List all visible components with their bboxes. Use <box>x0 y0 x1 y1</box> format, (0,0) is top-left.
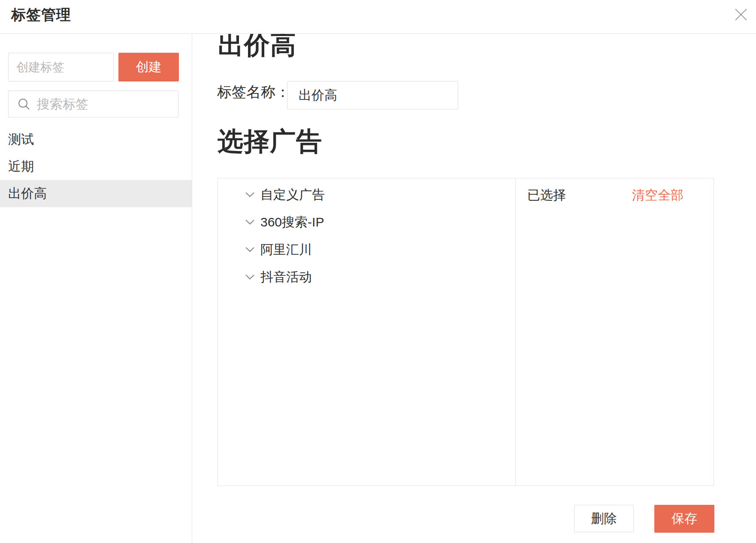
tree-item[interactable]: 自定义广告 <box>218 181 515 208</box>
tree-item-label: 抖音活动 <box>260 268 312 286</box>
create-tag-row: 创建 <box>8 53 179 81</box>
tree-item[interactable]: 阿里汇川 <box>218 236 515 263</box>
modal-header: 标签管理 <box>0 0 756 34</box>
tag-label: 测试 <box>8 131 34 148</box>
main-content: 出价高 标签名称： 选择广告 自定义广告 <box>193 34 756 543</box>
tag-name-input[interactable] <box>287 81 458 109</box>
chevron-down-icon[interactable] <box>245 247 255 253</box>
tag-list-item[interactable]: 近期 <box>0 153 192 180</box>
tree-item-label: 360搜索-IP <box>260 214 324 231</box>
search-box[interactable] <box>8 90 178 118</box>
create-tag-input[interactable] <box>8 53 114 81</box>
chevron-down-icon[interactable] <box>245 274 255 280</box>
save-button[interactable]: 保存 <box>654 505 714 533</box>
tag-list-item-selected[interactable]: 出价高 <box>0 180 192 207</box>
tree-item[interactable]: 抖音活动 <box>218 263 515 291</box>
tag-list: 测试 近期 出价高 <box>0 126 192 207</box>
chevron-down-icon[interactable] <box>245 219 255 225</box>
ad-tree: 自定义广告 360搜索-IP 阿里汇 <box>218 178 516 486</box>
tree-item-label: 自定义广告 <box>260 186 325 204</box>
delete-button[interactable]: 删除 <box>574 505 634 532</box>
close-icon <box>735 8 747 22</box>
tag-management-modal: 标签管理 创建 测试 <box>0 0 756 543</box>
ad-select-panel: 自定义广告 360搜索-IP 阿里汇 <box>218 178 714 486</box>
create-button[interactable]: 创建 <box>118 53 179 81</box>
tag-label: 近期 <box>8 158 34 175</box>
tag-label: 出价高 <box>8 185 47 202</box>
clear-all-button[interactable]: 清空全部 <box>632 187 683 204</box>
sidebar: 创建 测试 近期 出价高 <box>0 34 192 543</box>
section-title: 选择广告 <box>218 127 322 156</box>
selected-panel-header: 已选择 清空全部 <box>516 178 714 204</box>
tag-name-label: 标签名称： <box>217 82 290 102</box>
tree-item[interactable]: 360搜索-IP <box>218 208 515 236</box>
page-title: 出价高 <box>218 34 296 60</box>
search-tag-input[interactable] <box>37 97 178 112</box>
search-icon <box>18 98 30 111</box>
selected-ads-panel: 已选择 清空全部 <box>516 178 714 486</box>
tree-item-label: 阿里汇川 <box>260 241 312 259</box>
chevron-down-icon[interactable] <box>245 192 255 198</box>
tag-list-item[interactable]: 测试 <box>0 126 192 153</box>
close-button[interactable] <box>731 5 751 25</box>
selected-title: 已选择 <box>527 187 566 204</box>
modal-title: 标签管理 <box>11 5 71 25</box>
